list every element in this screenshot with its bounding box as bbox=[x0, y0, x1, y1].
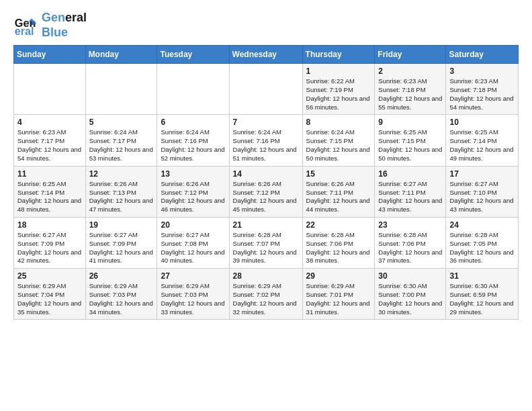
day-info: Sunrise: 6:28 AM Sunset: 7:07 PM Dayligh… bbox=[233, 231, 299, 265]
day-info: Sunrise: 6:29 AM Sunset: 7:02 PM Dayligh… bbox=[233, 282, 299, 316]
day-number: 13 bbox=[161, 169, 225, 179]
day-number: 30 bbox=[378, 271, 442, 281]
day-number: 16 bbox=[378, 169, 442, 179]
day-info: Sunrise: 6:24 AM Sunset: 7:16 PM Dayligh… bbox=[233, 128, 299, 163]
page-header: Gen eral General Blue bbox=[13, 11, 519, 40]
day-number: 6 bbox=[161, 118, 225, 127]
day-info: Sunrise: 6:29 AM Sunset: 7:03 PM Dayligh… bbox=[161, 282, 225, 316]
day-number: 29 bbox=[306, 271, 371, 281]
day-number: 17 bbox=[449, 169, 515, 179]
day-number: 31 bbox=[449, 271, 515, 281]
day-info: Sunrise: 6:24 AM Sunset: 7:17 PM Dayligh… bbox=[89, 128, 154, 163]
day-number: 12 bbox=[89, 169, 154, 179]
calendar-cell bbox=[229, 64, 302, 115]
logo-text-line1: General bbox=[42, 11, 87, 26]
calendar-cell: 10Sunrise: 6:25 AM Sunset: 7:14 PM Dayli… bbox=[446, 115, 519, 166]
calendar-cell: 23Sunrise: 6:28 AM Sunset: 7:06 PM Dayli… bbox=[375, 217, 446, 268]
day-info: Sunrise: 6:23 AM Sunset: 7:17 PM Dayligh… bbox=[17, 128, 82, 163]
day-info: Sunrise: 6:24 AM Sunset: 7:16 PM Dayligh… bbox=[161, 128, 225, 163]
day-number: 7 bbox=[233, 118, 299, 127]
day-number: 8 bbox=[306, 118, 371, 127]
day-number: 18 bbox=[17, 220, 82, 230]
calendar-cell: 25Sunrise: 6:29 AM Sunset: 7:04 PM Dayli… bbox=[14, 269, 86, 320]
logo-icon: Gen eral bbox=[13, 13, 38, 38]
day-info: Sunrise: 6:26 AM Sunset: 7:12 PM Dayligh… bbox=[161, 180, 225, 214]
day-number: 27 bbox=[161, 271, 225, 281]
calendar-week-3: 11Sunrise: 6:25 AM Sunset: 7:14 PM Dayli… bbox=[14, 166, 519, 217]
calendar-cell: 6Sunrise: 6:24 AM Sunset: 7:16 PM Daylig… bbox=[157, 115, 229, 166]
day-number: 21 bbox=[233, 220, 299, 230]
calendar-week-4: 18Sunrise: 6:27 AM Sunset: 7:09 PM Dayli… bbox=[14, 217, 519, 268]
day-info: Sunrise: 6:23 AM Sunset: 7:18 PM Dayligh… bbox=[378, 77, 442, 111]
day-number: 11 bbox=[17, 169, 82, 179]
weekday-header-sunday: Sunday bbox=[14, 46, 86, 64]
weekday-header-thursday: Thursday bbox=[302, 46, 375, 64]
day-info: Sunrise: 6:22 AM Sunset: 7:19 PM Dayligh… bbox=[306, 77, 371, 111]
calendar-week-2: 4Sunrise: 6:23 AM Sunset: 7:17 PM Daylig… bbox=[14, 115, 519, 166]
day-number: 20 bbox=[161, 220, 225, 230]
calendar-cell: 1Sunrise: 6:22 AM Sunset: 7:19 PM Daylig… bbox=[302, 64, 375, 115]
day-number: 24 bbox=[449, 220, 515, 230]
day-number: 23 bbox=[378, 220, 442, 230]
calendar-cell bbox=[85, 64, 157, 115]
day-info: Sunrise: 6:27 AM Sunset: 7:08 PM Dayligh… bbox=[161, 231, 225, 265]
day-number: 19 bbox=[89, 220, 154, 230]
weekday-header-row: SundayMondayTuesdayWednesdayThursdayFrid… bbox=[14, 46, 519, 64]
calendar-cell: 31Sunrise: 6:30 AM Sunset: 6:59 PM Dayli… bbox=[446, 269, 519, 320]
calendar-cell: 8Sunrise: 6:24 AM Sunset: 7:15 PM Daylig… bbox=[302, 115, 375, 166]
day-info: Sunrise: 6:30 AM Sunset: 7:00 PM Dayligh… bbox=[378, 282, 442, 316]
day-info: Sunrise: 6:25 AM Sunset: 7:15 PM Dayligh… bbox=[378, 128, 442, 163]
calendar-cell: 15Sunrise: 6:26 AM Sunset: 7:11 PM Dayli… bbox=[302, 166, 375, 217]
day-number: 10 bbox=[449, 118, 515, 127]
calendar-cell: 7Sunrise: 6:24 AM Sunset: 7:16 PM Daylig… bbox=[229, 115, 302, 166]
calendar-cell: 16Sunrise: 6:27 AM Sunset: 7:11 PM Dayli… bbox=[375, 166, 446, 217]
day-number: 15 bbox=[306, 169, 371, 179]
calendar-cell: 4Sunrise: 6:23 AM Sunset: 7:17 PM Daylig… bbox=[14, 115, 86, 166]
calendar-cell: 22Sunrise: 6:28 AM Sunset: 7:06 PM Dayli… bbox=[302, 217, 375, 268]
logo: Gen eral General Blue bbox=[13, 11, 87, 40]
day-number: 22 bbox=[306, 220, 371, 230]
weekday-header-saturday: Saturday bbox=[446, 46, 519, 64]
calendar-cell: 28Sunrise: 6:29 AM Sunset: 7:02 PM Dayli… bbox=[229, 269, 302, 320]
calendar-cell: 3Sunrise: 6:23 AM Sunset: 7:18 PM Daylig… bbox=[446, 64, 519, 115]
day-info: Sunrise: 6:30 AM Sunset: 6:59 PM Dayligh… bbox=[449, 282, 515, 316]
day-info: Sunrise: 6:27 AM Sunset: 7:09 PM Dayligh… bbox=[17, 231, 82, 265]
day-info: Sunrise: 6:24 AM Sunset: 7:15 PM Dayligh… bbox=[306, 128, 371, 163]
calendar-cell: 20Sunrise: 6:27 AM Sunset: 7:08 PM Dayli… bbox=[157, 217, 229, 268]
day-info: Sunrise: 6:28 AM Sunset: 7:06 PM Dayligh… bbox=[306, 231, 371, 265]
day-number: 2 bbox=[378, 66, 442, 76]
calendar-cell: 17Sunrise: 6:27 AM Sunset: 7:10 PM Dayli… bbox=[446, 166, 519, 217]
day-info: Sunrise: 6:29 AM Sunset: 7:03 PM Dayligh… bbox=[89, 282, 154, 316]
day-info: Sunrise: 6:26 AM Sunset: 7:11 PM Dayligh… bbox=[306, 180, 371, 214]
day-number: 1 bbox=[306, 66, 371, 76]
day-number: 5 bbox=[89, 118, 154, 127]
day-number: 14 bbox=[233, 169, 299, 179]
day-info: Sunrise: 6:26 AM Sunset: 7:12 PM Dayligh… bbox=[233, 180, 299, 214]
svg-text:eral: eral bbox=[15, 25, 34, 37]
weekday-header-wednesday: Wednesday bbox=[229, 46, 302, 64]
calendar-cell: 11Sunrise: 6:25 AM Sunset: 7:14 PM Dayli… bbox=[14, 166, 86, 217]
calendar-cell bbox=[14, 64, 86, 115]
logo-text-line2: Blue bbox=[42, 26, 87, 40]
weekday-header-tuesday: Tuesday bbox=[157, 46, 229, 64]
day-info: Sunrise: 6:23 AM Sunset: 7:18 PM Dayligh… bbox=[449, 77, 515, 111]
day-info: Sunrise: 6:26 AM Sunset: 7:13 PM Dayligh… bbox=[89, 180, 154, 214]
calendar-week-1: 1Sunrise: 6:22 AM Sunset: 7:19 PM Daylig… bbox=[14, 64, 519, 115]
calendar-week-5: 25Sunrise: 6:29 AM Sunset: 7:04 PM Dayli… bbox=[14, 269, 519, 320]
day-number: 25 bbox=[17, 271, 82, 281]
day-number: 28 bbox=[233, 271, 299, 281]
calendar-table: SundayMondayTuesdayWednesdayThursdayFrid… bbox=[13, 45, 519, 320]
calendar-cell: 14Sunrise: 6:26 AM Sunset: 7:12 PM Dayli… bbox=[229, 166, 302, 217]
day-info: Sunrise: 6:29 AM Sunset: 7:01 PM Dayligh… bbox=[306, 282, 371, 316]
calendar-cell: 30Sunrise: 6:30 AM Sunset: 7:00 PM Dayli… bbox=[375, 269, 446, 320]
calendar-cell: 21Sunrise: 6:28 AM Sunset: 7:07 PM Dayli… bbox=[229, 217, 302, 268]
day-info: Sunrise: 6:29 AM Sunset: 7:04 PM Dayligh… bbox=[17, 282, 82, 316]
day-info: Sunrise: 6:25 AM Sunset: 7:14 PM Dayligh… bbox=[449, 128, 515, 163]
day-info: Sunrise: 6:27 AM Sunset: 7:11 PM Dayligh… bbox=[378, 180, 442, 214]
calendar-cell: 24Sunrise: 6:28 AM Sunset: 7:05 PM Dayli… bbox=[446, 217, 519, 268]
calendar-cell: 26Sunrise: 6:29 AM Sunset: 7:03 PM Dayli… bbox=[85, 269, 157, 320]
calendar-cell: 19Sunrise: 6:27 AM Sunset: 7:09 PM Dayli… bbox=[85, 217, 157, 268]
day-number: 4 bbox=[17, 118, 82, 127]
day-info: Sunrise: 6:25 AM Sunset: 7:14 PM Dayligh… bbox=[17, 180, 82, 214]
day-info: Sunrise: 6:28 AM Sunset: 7:05 PM Dayligh… bbox=[449, 231, 515, 265]
